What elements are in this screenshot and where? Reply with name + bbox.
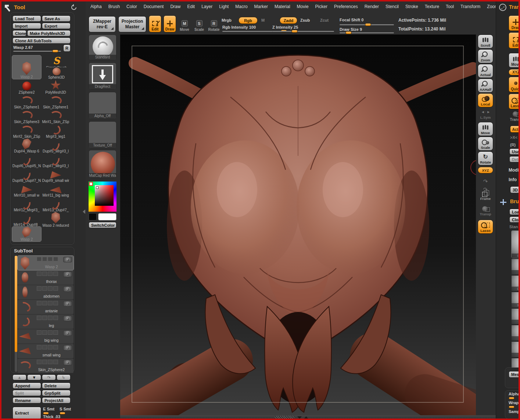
- subtool-down-button[interactable]: ▼: [27, 374, 41, 380]
- right-toolbar-button[interactable]: Rotate: [478, 151, 493, 165]
- menu-item[interactable]: Macro: [232, 4, 251, 9]
- tool-item[interactable]: Dup#9_small wir: [41, 168, 70, 183]
- subtool-option-boxes[interactable]: [37, 345, 58, 349]
- tool-item[interactable]: Sphere3D: [42, 68, 71, 79]
- zcut-toggle[interactable]: Zcut: [320, 18, 329, 22]
- rp-r-toggle[interactable]: (R): [510, 143, 516, 147]
- right-toolbar-button[interactable]: Scroll: [478, 35, 493, 49]
- rp-3dcopy-button[interactable]: 3D C: [510, 186, 520, 193]
- right-toolbar-button[interactable]: L.Sym: [478, 109, 493, 120]
- subtool-row[interactable]: abdomen: [18, 285, 73, 299]
- delete-button[interactable]: Delete: [42, 383, 71, 389]
- tool-item[interactable]: Mir#13_Dup#7_: [41, 197, 70, 212]
- menu-item[interactable]: Brush: [105, 4, 123, 9]
- brush-item[interactable]: Ma: [512, 292, 520, 308]
- subtool-row[interactable]: big wing: [18, 329, 73, 344]
- menu-item[interactable]: Color: [123, 4, 140, 9]
- menu-item[interactable]: Alpha: [87, 4, 105, 9]
- tool-item[interactable]: Skin_ZSphere1: [12, 94, 41, 109]
- clone-button[interactable]: Clone: [12, 30, 26, 36]
- right-toolbar-button[interactable]: AAHalf: [478, 79, 493, 93]
- subtool-row[interactable]: Skin_ZSphere2: [18, 359, 73, 373]
- focal-shift-slider[interactable]: [340, 24, 394, 25]
- rp-load-button[interactable]: Load: [509, 209, 520, 215]
- menu-item[interactable]: Document: [140, 4, 167, 9]
- main-color-swatch[interactable]: [98, 213, 116, 220]
- rp-xyz-pill[interactable]: XYZ: [509, 69, 520, 75]
- tool-item[interactable]: PolyMesh3D: [41, 80, 70, 94]
- brush-item[interactable]: Fl: [512, 342, 520, 357]
- import-button[interactable]: Import: [12, 23, 41, 29]
- subtool-row[interactable]: small wing: [18, 344, 73, 358]
- menu-item[interactable]: Material: [271, 4, 294, 9]
- scale-button[interactable]: S Scale: [193, 15, 205, 32]
- right-toolbar-button[interactable]: Move: [478, 122, 493, 136]
- alpha-slider[interactable]: [509, 397, 514, 399]
- rp-edit-button[interactable]: Edit: [509, 32, 520, 49]
- menu-item[interactable]: Layer: [198, 4, 216, 9]
- brush-item[interactable]: F: [512, 309, 520, 324]
- tool-item[interactable]: Wasp 2: [12, 227, 41, 241]
- visibility-eye-icon[interactable]: [63, 345, 72, 351]
- subtool-scrollbar-thumb[interactable]: [15, 256, 17, 352]
- tool-item[interactable]: Wasp 2 reduced: [41, 212, 70, 227]
- right-toolbar-button[interactable]: XYZ: [478, 167, 493, 173]
- projection-master-button[interactable]: Projection Master: [118, 16, 146, 32]
- menu-item[interactable]: Stroke: [402, 4, 422, 9]
- menu-item[interactable]: Transform: [457, 4, 484, 9]
- load-tool-button[interactable]: Load Tool: [12, 15, 41, 22]
- make-polymesh3d-button[interactable]: Make PolyMesh3D: [27, 30, 71, 36]
- mrgb-toggle[interactable]: Mrgb: [222, 18, 232, 22]
- save-as-button[interactable]: Save As: [42, 15, 71, 22]
- mesh-button[interactable]: Mesh: [509, 371, 520, 378]
- tool-item[interactable]: Mir#2_Skin_ZSp: [12, 124, 41, 139]
- wrap-slider[interactable]: [509, 406, 514, 408]
- menu-item[interactable]: Picker: [312, 4, 331, 9]
- tool-item[interactable]: Dup#7_Mrg#3_l: [41, 153, 70, 168]
- rotate-button[interactable]: R Rotate: [208, 15, 220, 32]
- switchcolor-button[interactable]: SwitchColor: [89, 222, 116, 228]
- tool-item[interactable]: Dup#6_Dup#5_N: [12, 153, 41, 168]
- tool-item[interactable]: ZSphere2: [12, 80, 41, 94]
- rp-use-button[interactable]: Use: [509, 148, 520, 155]
- subtool-option-boxes[interactable]: [37, 257, 58, 261]
- right-toolbar-button[interactable]: Frame: [478, 190, 493, 201]
- menu-item[interactable]: Draw: [167, 4, 184, 9]
- panel-collapse-arrow-icon[interactable]: [83, 209, 85, 214]
- visibility-eye-icon[interactable]: [63, 257, 72, 262]
- tool-item[interactable]: Skin_ZSphere3: [12, 109, 41, 124]
- subtool-option-boxes[interactable]: [37, 330, 58, 335]
- right-toolbar-button[interactable]: Zoom: [478, 49, 493, 63]
- right-toolbar-button[interactable]: Actual: [478, 64, 493, 78]
- tool-item[interactable]: Dup#8_Dup#7_N: [12, 168, 41, 183]
- z-intensity-slider[interactable]: [272, 31, 334, 32]
- rp-clone-button[interactable]: Clone: [509, 216, 520, 223]
- menu-item[interactable]: Preferences: [331, 4, 361, 9]
- secondary-color-swatch[interactable]: [89, 213, 97, 220]
- document-canvas[interactable]: [120, 35, 476, 415]
- tool-item[interactable]: Skin_ZSphere1: [41, 94, 70, 109]
- m-toggle[interactable]: M: [261, 18, 265, 22]
- tool-item[interactable]: Dup#4_Wasp 6: [12, 139, 41, 153]
- canvas-bottom-scrollbar[interactable]: [120, 415, 496, 420]
- subtool-up-button[interactable]: ▲: [12, 374, 26, 380]
- brush-item[interactable]: Sta: [512, 231, 520, 258]
- scroll-down-icon[interactable]: [297, 416, 302, 419]
- menu-item[interactable]: Movie: [294, 4, 312, 9]
- scroll-up-icon[interactable]: [304, 416, 308, 419]
- menu-item[interactable]: Render: [361, 4, 382, 9]
- visibility-eye-icon[interactable]: [63, 286, 72, 292]
- menu-item[interactable]: Tool: [442, 4, 457, 9]
- alpha-thumbnail[interactable]: Alpha_Off: [89, 92, 116, 119]
- append-button[interactable]: Append: [12, 383, 41, 389]
- rp-lasso-button[interactable]: Lasso: [509, 94, 520, 109]
- visibility-eye-icon[interactable]: [63, 272, 72, 277]
- e-smt-slider[interactable]: [43, 412, 49, 414]
- s-smt-slider[interactable]: [60, 412, 65, 414]
- subtool-option-boxes[interactable]: [37, 286, 58, 291]
- brush-item[interactable]: M: [512, 259, 520, 274]
- texture-thumbnail[interactable]: Texture_Off: [89, 121, 116, 148]
- right-toolbar-button[interactable]: Scale: [478, 137, 493, 151]
- clone-all-subtools-button[interactable]: Clone All SubTools: [12, 37, 71, 44]
- split-button[interactable]: Split: [12, 390, 41, 396]
